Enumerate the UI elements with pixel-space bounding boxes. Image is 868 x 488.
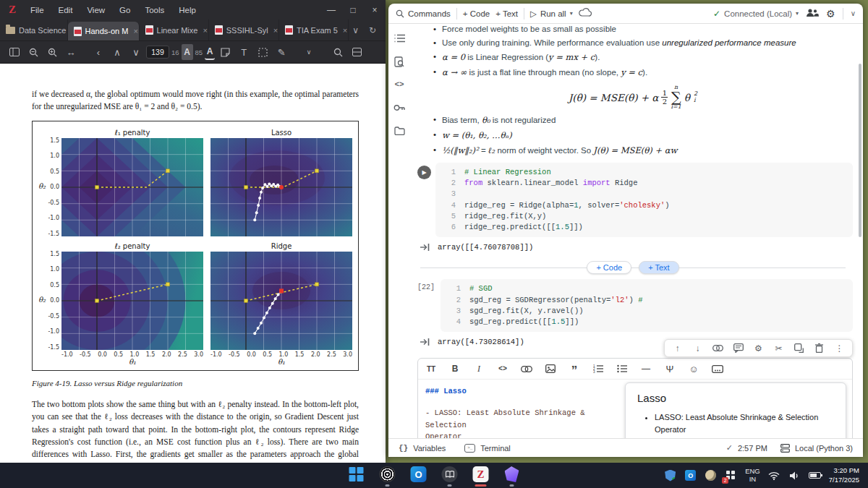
- copy-cell-link-icon[interactable]: [712, 343, 723, 354]
- scissors-icon[interactable]: ✂: [773, 343, 784, 354]
- notebook-scrollbar[interactable]: [858, 24, 862, 438]
- maximize-button[interactable]: □: [342, 5, 364, 15]
- menu-go[interactable]: Go: [112, 6, 137, 14]
- close-tab-icon[interactable]: ×: [203, 26, 207, 35]
- wifi-icon[interactable]: [768, 469, 780, 481]
- outlook-tray-icon[interactable]: O: [684, 469, 697, 481]
- menu-edit[interactable]: Edit: [51, 6, 80, 14]
- page-number-input[interactable]: [146, 46, 169, 59]
- onedrive-moon-icon[interactable]: [705, 469, 717, 481]
- grid-app-tray-icon[interactable]: 2: [725, 469, 737, 481]
- underline-tool-icon[interactable]: A: [205, 44, 215, 60]
- menu-file[interactable]: File: [23, 6, 51, 14]
- heading-format-icon[interactable]: TT: [425, 363, 437, 374]
- numbered-list-icon[interactable]: 123: [592, 363, 604, 374]
- emoji-icon[interactable]: ☺: [688, 363, 699, 374]
- collapse-header-icon[interactable]: ∨: [851, 9, 856, 17]
- color-picker-caret-icon[interactable]: ∨: [300, 44, 318, 60]
- sync-icon[interactable]: ↻: [365, 25, 380, 35]
- share-users-icon[interactable]: [806, 8, 819, 19]
- move-cell-down-icon[interactable]: ↓: [692, 343, 703, 354]
- select-area-icon[interactable]: [254, 44, 271, 60]
- scrollbar-thumb[interactable]: [859, 64, 861, 237]
- insert-text-button[interactable]: + Text: [639, 261, 678, 274]
- code-snippets-icon[interactable]: <>: [393, 79, 405, 90]
- italic-icon[interactable]: I: [473, 363, 485, 374]
- reader-app-icon[interactable]: [439, 466, 461, 487]
- tab-doc-sssihl[interactable]: SSSIHL-Syl ×: [209, 20, 279, 40]
- insert-code-button[interactable]: + Code: [587, 261, 631, 274]
- zoom-out-icon[interactable]: [25, 44, 42, 60]
- tab-doc-tia-exam[interactable]: TIA Exam 5 ×: [279, 20, 349, 40]
- latex-icon[interactable]: Ψ: [664, 363, 676, 374]
- close-tab-icon[interactable]: ×: [343, 26, 347, 35]
- blockquote-icon[interactable]: ”: [569, 363, 580, 374]
- draw-tool-icon[interactable]: ✎: [273, 44, 290, 60]
- terminal-button[interactable]: >_ Terminal: [464, 444, 511, 453]
- connection-status[interactable]: ✓ Connected (Local) ▾: [713, 9, 799, 19]
- code-cell-sgd[interactable]: [22] 1# SGD 2sgd_reg = SGDRegressor(pena…: [417, 279, 853, 332]
- code-format-icon[interactable]: <>: [497, 363, 509, 374]
- move-cell-up-icon[interactable]: ↑: [672, 343, 683, 354]
- highlight-tool-icon[interactable]: A: [182, 44, 193, 60]
- tab-library[interactable]: Data Science: [0, 20, 68, 40]
- close-button[interactable]: ×: [364, 5, 386, 15]
- code-cell-ridge[interactable]: ▶ 1# Linear Regression 2from sklearn.lin…: [417, 163, 853, 237]
- comment-icon[interactable]: [733, 343, 744, 354]
- next-page-icon[interactable]: ∨: [127, 44, 145, 60]
- language-switcher[interactable]: ENGIN: [745, 468, 760, 484]
- markdown-cell-editing[interactable]: TT B I <> ” 123 — Ψ ☺: [417, 358, 853, 438]
- code-editor[interactable]: 1# SGD 2sgd_reg = SGDRegressor(penalty='…: [441, 279, 853, 332]
- cloud-status-icon[interactable]: [579, 8, 592, 19]
- outlook-app-icon[interactable]: O: [408, 466, 430, 487]
- insert-image-icon[interactable]: [545, 363, 556, 374]
- notebook-scroll-area[interactable]: Force model weights to be as small as po…: [410, 24, 863, 438]
- volume-icon[interactable]: [788, 469, 801, 481]
- previous-page-icon[interactable]: ∧: [109, 44, 126, 60]
- link-icon[interactable]: [521, 363, 532, 374]
- zotero-taskbar-icon[interactable]: Z: [470, 466, 492, 487]
- security-shield-icon[interactable]: [664, 469, 676, 481]
- settings-gear-icon[interactable]: ⚙: [826, 8, 835, 20]
- note-tool-icon[interactable]: [216, 44, 234, 60]
- more-actions-kebab-icon[interactable]: ⋮: [834, 343, 845, 354]
- table-of-contents-icon[interactable]: [393, 33, 405, 44]
- add-code-button[interactable]: + Code: [463, 9, 490, 18]
- files-folder-icon[interactable]: [393, 125, 405, 137]
- bulleted-list-icon[interactable]: [616, 363, 628, 374]
- menu-tools[interactable]: Tools: [137, 6, 171, 14]
- more-formats-icon[interactable]: [712, 363, 723, 374]
- sidebar-toggle-icon[interactable]: [6, 44, 23, 60]
- close-tab-icon[interactable]: ×: [133, 27, 137, 35]
- run-cell-button[interactable]: ▶: [417, 166, 431, 179]
- menu-help[interactable]: Help: [171, 6, 203, 14]
- delete-cell-icon[interactable]: [814, 343, 825, 354]
- tab-overflow-icon[interactable]: ∨: [349, 25, 362, 35]
- secrets-key-icon[interactable]: [393, 102, 405, 114]
- menu-view[interactable]: View: [80, 6, 112, 14]
- find-replace-icon[interactable]: [393, 56, 405, 67]
- horizontal-rule-icon[interactable]: —: [640, 363, 652, 374]
- editor-settings-gear-icon[interactable]: ⚙: [753, 343, 764, 354]
- obsidian-app-icon[interactable]: [501, 466, 523, 487]
- taskbar-clock[interactable]: 3:20 PM7/17/2025: [829, 466, 859, 484]
- add-text-button[interactable]: + Text: [495, 9, 518, 18]
- start-button[interactable]: [346, 466, 367, 487]
- battery-icon[interactable]: [809, 469, 821, 481]
- back-icon[interactable]: ‹: [90, 44, 107, 60]
- tab-doc-linear-mixed[interactable]: Linear Mixe ×: [140, 20, 209, 40]
- fit-width-icon[interactable]: ↔: [62, 44, 80, 60]
- kernel-selector[interactable]: Local (Python 3): [780, 444, 853, 453]
- commands-button[interactable]: Commands: [396, 9, 451, 18]
- zoom-in-icon[interactable]: [43, 44, 61, 60]
- context-pane-toggle-icon[interactable]: [348, 44, 365, 60]
- minimize-button[interactable]: —: [320, 5, 342, 15]
- connection-caret-icon[interactable]: ▾: [796, 10, 799, 17]
- bold-icon[interactable]: B: [449, 363, 461, 374]
- mirror-cell-icon[interactable]: [793, 343, 804, 354]
- markdown-source-editor[interactable]: ### Lasso - LASSO: Least Absolute Shrink…: [418, 380, 622, 438]
- find-in-document-icon[interactable]: [329, 44, 346, 60]
- tab-doc-hands-on[interactable]: Hands-on M ×: [68, 22, 140, 40]
- text-tool-icon[interactable]: T: [235, 44, 252, 60]
- code-editor[interactable]: 1# Linear Regression 2from sklearn.linea…: [435, 163, 853, 237]
